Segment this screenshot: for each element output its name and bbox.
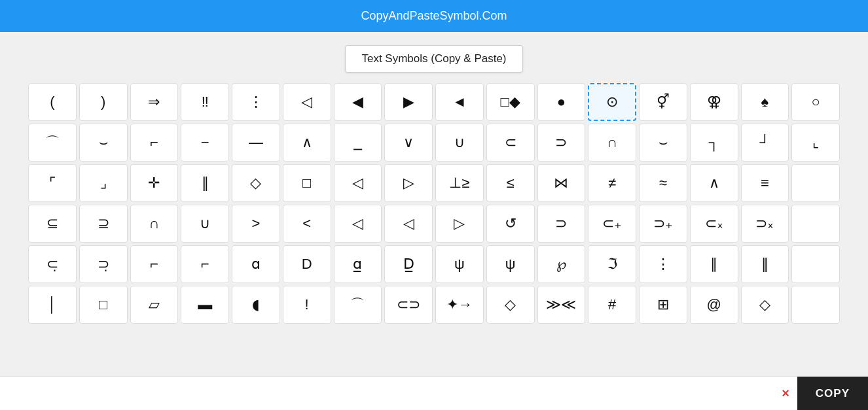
symbol-cell[interactable]: ⎯ xyxy=(334,124,382,162)
symbol-cell[interactable]: ⚥ xyxy=(639,83,687,121)
symbol-cell[interactable]: ⋮ xyxy=(639,245,687,283)
symbol-cell[interactable]: ∩ xyxy=(130,205,179,243)
symbol-cell[interactable]: ◁ xyxy=(334,205,382,243)
symbol-cell[interactable]: ↺ xyxy=(486,205,535,243)
symbol-cell[interactable]: ∪ xyxy=(435,124,484,162)
symbol-cell[interactable]: ‖ xyxy=(181,164,229,202)
symbol-cell[interactable]: ▱ xyxy=(130,286,179,324)
symbol-cell[interactable]: ⌟ xyxy=(79,164,128,202)
symbol-cell[interactable]: ⌒ xyxy=(28,124,77,162)
symbol-cell[interactable]: ⊂ₓ xyxy=(690,205,738,243)
symbol-cell[interactable] xyxy=(791,245,840,283)
symbol-cell[interactable] xyxy=(791,286,840,324)
symbol-cell[interactable]: ◀ xyxy=(334,83,382,121)
symbol-cell[interactable]: ⊙ xyxy=(588,83,636,121)
symbol-cell[interactable]: > xyxy=(232,205,280,243)
symbol-cell[interactable]: ℑ xyxy=(588,245,636,283)
symbol-cell[interactable]: ⊂ xyxy=(486,124,535,162)
symbol-cell[interactable] xyxy=(791,205,840,243)
symbol-cell[interactable]: ∨ xyxy=(384,124,433,162)
symbol-cell[interactable]: ɑ xyxy=(232,245,280,283)
symbol-cell[interactable]: ⊞ xyxy=(639,286,687,324)
symbol-cell[interactable]: ⌞ xyxy=(791,124,840,162)
symbol-cell[interactable]: ┘ xyxy=(741,124,789,162)
symbol-cell[interactable]: ⊃ₓ xyxy=(741,205,789,243)
symbol-cell[interactable]: ( xyxy=(28,83,77,121)
symbol-cell[interactable]: ◁ xyxy=(334,164,382,202)
symbol-cell[interactable]: ɑ̲ xyxy=(334,245,382,283)
symbol-cell[interactable]: ⌐ xyxy=(181,245,229,283)
symbol-cell[interactable]: ⊂⊃ xyxy=(384,286,433,324)
symbol-cell[interactable]: ⌣ xyxy=(639,124,687,162)
symbol-cell[interactable]: ⋮ xyxy=(232,83,280,121)
symbol-cell[interactable]: ) xyxy=(79,83,128,121)
symbol-cell[interactable]: ▷ xyxy=(384,164,433,202)
symbol-cell[interactable]: ✛ xyxy=(130,164,179,202)
symbol-cell[interactable]: □ xyxy=(79,286,128,324)
symbol-cell[interactable]: ψ xyxy=(486,245,535,283)
symbol-cell[interactable]: ◄ xyxy=(435,83,484,121)
symbol-cell[interactable]: ∧ xyxy=(690,164,738,202)
symbol-cell[interactable]: ⊥≥ xyxy=(435,164,484,202)
symbol-cell[interactable]: ∪ xyxy=(181,205,229,243)
symbol-cell[interactable]: < xyxy=(283,205,331,243)
symbol-cell[interactable]: ◁ xyxy=(384,205,433,243)
symbol-cell[interactable]: ⊃̣ xyxy=(79,245,128,283)
symbol-cell[interactable]: ⊂̣ xyxy=(28,245,77,283)
symbol-cell[interactable]: ◇ xyxy=(741,286,789,324)
symbol-cell[interactable]: ⌒ xyxy=(334,286,382,324)
symbol-cell[interactable]: □ xyxy=(283,164,331,202)
symbol-cell[interactable]: ⌐ xyxy=(130,245,179,283)
symbol-cell[interactable]: ⌣ xyxy=(79,124,128,162)
symbol-cell[interactable]: D̲ xyxy=(384,245,433,283)
site-title: CopyAndPasteSymbol.Com xyxy=(361,9,507,22)
symbol-cell[interactable]: ◖ xyxy=(232,286,280,324)
symbol-cell[interactable]: ◇ xyxy=(486,286,535,324)
symbol-cell[interactable]: — xyxy=(232,124,280,162)
symbol-cell[interactable]: − xyxy=(181,124,229,162)
symbol-cell[interactable]: ⌜ xyxy=(28,164,77,202)
symbol-cell[interactable]: ┐ xyxy=(690,124,738,162)
symbol-cell[interactable]: ≠ xyxy=(588,164,636,202)
symbol-cell[interactable]: ∩ xyxy=(588,124,636,162)
symbol-cell[interactable]: ▷ xyxy=(435,205,484,243)
symbol-cell[interactable]: ○ xyxy=(791,83,840,121)
symbol-cell[interactable]: ✦→ xyxy=(435,286,484,324)
symbol-cell[interactable]: ψ xyxy=(435,245,484,283)
symbol-cell[interactable]: ⊃₊ xyxy=(639,205,687,243)
symbol-cell[interactable]: ⊃ xyxy=(537,124,586,162)
symbol-cell[interactable]: ≤ xyxy=(486,164,535,202)
symbol-cell[interactable]: ⊇ xyxy=(79,205,128,243)
symbol-cell[interactable]: @ xyxy=(690,286,738,324)
symbol-cell[interactable]: ◁ xyxy=(283,83,331,121)
symbol-cell[interactable]: ⋈ xyxy=(537,164,586,202)
page-title-container: Text Symbols (Copy & Paste) xyxy=(0,45,868,73)
page-title: Text Symbols (Copy & Paste) xyxy=(345,45,522,73)
symbol-cell[interactable]: ● xyxy=(537,83,586,121)
symbol-cell[interactable]: ‖ xyxy=(741,245,789,283)
symbol-cell[interactable]: ⊂₊ xyxy=(588,205,636,243)
symbol-cell[interactable]: # xyxy=(588,286,636,324)
symbol-cell[interactable]: │ xyxy=(28,286,77,324)
symbol-cell[interactable]: ≡ xyxy=(741,164,789,202)
symbol-cell[interactable]: ∥ xyxy=(690,245,738,283)
symbol-cell[interactable]: ⊃ xyxy=(537,205,586,243)
symbol-cell[interactable]: ▬ xyxy=(181,286,229,324)
symbol-cell[interactable]: ‼ xyxy=(181,83,229,121)
symbol-cell[interactable]: D xyxy=(283,245,331,283)
symbol-cell[interactable]: ♠ xyxy=(741,83,789,121)
symbol-cell[interactable]: ! xyxy=(283,286,331,324)
symbol-cell[interactable]: ∧ xyxy=(283,124,331,162)
symbol-cell[interactable]: ℘ xyxy=(537,245,586,283)
symbol-cell[interactable]: ≈ xyxy=(639,164,687,202)
symbol-cell[interactable]: ⌐ xyxy=(130,124,179,162)
symbol-cell[interactable]: ⚢ xyxy=(690,83,738,121)
symbols-grid: ()⇒‼⋮◁◀▶◄□◆●⊙⚥⚢♠○⌒⌣⌐−—∧⎯∨∪⊂⊃∩⌣┐┘⌞⌜⌟✛‖◇□◁… xyxy=(9,83,859,324)
symbol-cell[interactable]: □◆ xyxy=(486,83,535,121)
symbol-cell[interactable]: ⊆ xyxy=(28,205,77,243)
symbol-cell[interactable]: ⇒ xyxy=(130,83,179,121)
symbol-cell[interactable]: ◇ xyxy=(232,164,280,202)
symbol-cell[interactable] xyxy=(791,164,840,202)
symbol-cell[interactable]: ▶ xyxy=(384,83,433,121)
symbol-cell[interactable]: ≫≪ xyxy=(537,286,586,324)
